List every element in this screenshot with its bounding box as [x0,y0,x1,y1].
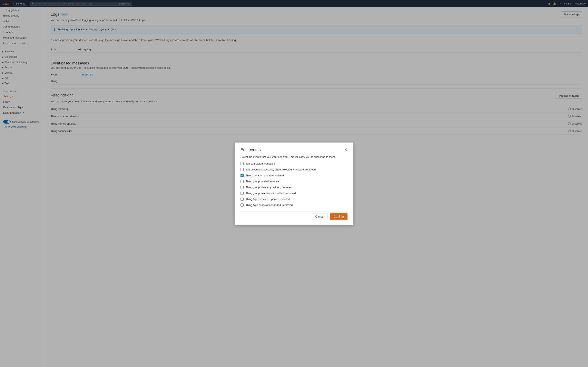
checkbox-label-1: Job execution: success, failed, rejected… [246,168,316,171]
checkbox-label-3: Thing group: added, removed [246,180,281,183]
checkbox-input-2[interactable] [241,174,243,177]
checkbox-input-7[interactable] [241,203,243,207]
checkbox-label-2: Thing: created, updated, deleted [246,174,284,177]
checkbox-item-1[interactable]: Job execution: success, failed, rejected… [241,168,347,171]
checkbox-item-4[interactable]: Thing group hierarchy: added, removed [241,186,347,189]
checkbox-input-3[interactable] [241,180,243,183]
checkbox-list: Job completed, canceled Job execution: s… [241,162,347,207]
checkbox-input-6[interactable] [241,198,243,201]
edit-events-modal: Edit events ✕ Select the events that you… [235,142,353,225]
checkbox-label-6: Thing type: created, updated, deleted [246,198,290,201]
modal-title: Edit events [241,147,261,152]
checkbox-label-0: Job completed, canceled [246,162,275,165]
modal-description: Select the events that you want enabled.… [241,155,347,158]
modal-header: Edit events ✕ [241,147,347,152]
confirm-button[interactable]: Confirm [330,213,347,220]
checkbox-label-4: Thing group hierarchy: added, removed [246,186,292,189]
checkbox-item-2[interactable]: Thing: created, updated, deleted [241,174,347,177]
modal-footer: Cancel Confirm [241,211,347,220]
modal-close-button[interactable]: ✕ [344,148,347,152]
checkbox-input-5[interactable] [241,192,243,195]
checkbox-item-3[interactable]: Thing group: added, removed [241,180,347,183]
checkbox-label-7: Thing type association: added, removed [246,203,293,207]
checkbox-item-0[interactable]: Job completed, canceled [241,162,347,165]
checkbox-input-4[interactable] [241,186,243,189]
cancel-button[interactable]: Cancel [312,213,328,220]
checkbox-input-1[interactable] [241,168,243,171]
checkbox-item-7[interactable]: Thing type association: added, removed [241,203,347,207]
checkbox-label-5: Thing group membership: added, removed [246,192,296,195]
checkbox-item-6[interactable]: Thing type: created, updated, deleted [241,198,347,201]
checkbox-item-5[interactable]: Thing group membership: added, removed [241,192,347,195]
checkbox-input-0[interactable] [241,162,243,165]
modal-overlay: Edit events ✕ Select the events that you… [0,0,588,367]
